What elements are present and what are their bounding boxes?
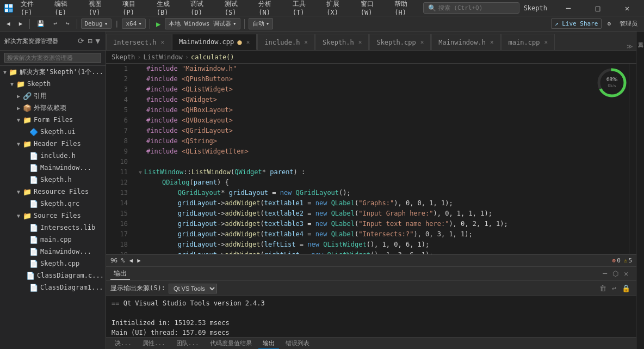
tree-item-form-files[interactable]: ▼ 📁 Form Files: [0, 114, 106, 126]
tab-close-icon[interactable]: ✕: [160, 39, 164, 46]
code-line[interactable]: #include <QListWidget>: [139, 84, 623, 95]
collapse-icon[interactable]: ▼: [95, 35, 101, 46]
warning-indicator[interactable]: ⚠ 5: [624, 257, 632, 264]
menu-file[interactable]: 文件(F): [16, 0, 49, 17]
panel-float[interactable]: ⬡: [611, 270, 620, 278]
debug-mode-dropdown[interactable]: Debug ▾: [81, 19, 112, 29]
tab-skepth-h[interactable]: Skepth.h ✕: [315, 34, 369, 50]
platform-dropdown[interactable]: x64 ▾: [122, 19, 146, 29]
output-content[interactable]: == Qt Visual Studio Tools version 2.4.3 …: [106, 296, 636, 337]
tree-item-include-h[interactable]: ▶ 📄 include.h: [0, 150, 106, 162]
tree-item-resource-files[interactable]: ▼ 📁 Resource Files: [0, 186, 106, 198]
tree-item-header-files[interactable]: ▼ 📁 Header Files: [0, 138, 106, 150]
error-indicator[interactable]: ⊗ 0: [612, 257, 621, 264]
code-line[interactable]: gridLayout->addWidget(rightList = new QL…: [139, 250, 623, 254]
menu-build[interactable]: 生成(B): [152, 0, 185, 17]
bottom-tab-code-metrics[interactable]: 代码度量值结果: [206, 338, 256, 348]
run-target-dropdown[interactable]: 本地 Windows 调试器 ▾: [165, 18, 240, 29]
code-line[interactable]: gridLayout->addWidget(textlable3 = new Q…: [139, 219, 623, 229]
minimize-button[interactable]: ─: [556, 0, 581, 16]
code-line[interactable]: ▼ListWindow::ListWindow(QWidget* parent)…: [139, 167, 623, 177]
tree-item-skepth[interactable]: ▼ 📁 Skepth: [0, 78, 106, 90]
sync-icon[interactable]: ⟳: [77, 35, 85, 46]
tab-close-icon[interactable]: ✕: [304, 39, 308, 46]
tree-item-skepth-ui[interactable]: ▶ 🔷 Skepth.ui: [0, 126, 106, 138]
tree-item-skepth-cpp[interactable]: ▶ 📄 Skepth.cpp: [0, 258, 106, 270]
overflow-tabs-button[interactable]: ≫: [627, 43, 633, 50]
code-line[interactable]: gridLayout->addWidget(textlable1 = new Q…: [139, 198, 623, 209]
code-line[interactable]: #include <QVBoxLayout>: [139, 115, 623, 126]
maximize-button[interactable]: □: [585, 0, 610, 16]
live-share-button[interactable]: ↗ Live Share: [551, 19, 602, 29]
code-line[interactable]: #include <QPushButton>: [139, 74, 623, 84]
tree-item-mainwindow-cpp[interactable]: ▶ 📄 Mainwindow...: [0, 246, 106, 258]
toolbar-settings[interactable]: ⚙: [604, 19, 614, 28]
manage-button[interactable]: 管理员: [616, 19, 641, 29]
code-line[interactable]: #include <QWidget>: [139, 95, 623, 105]
code-line[interactable]: #include <QListWidgetItem>: [139, 146, 623, 157]
tree-item-classdiagram1[interactable]: ▶ 📄 ClassDiagram1...: [0, 281, 106, 293]
tab-include-h[interactable]: include.h ✕: [257, 34, 315, 50]
tab-close-icon[interactable]: ✕: [420, 39, 424, 46]
code-line[interactable]: gridLayout->addWidget(textlable2 = new Q…: [139, 209, 623, 219]
output-clear-icon[interactable]: 🗑: [598, 284, 608, 292]
nav-next[interactable]: ▶: [137, 257, 141, 264]
code-line[interactable]: gridLayout->addWidget(leftList = new QLi…: [139, 240, 623, 250]
editor-scrollbar[interactable]: [629, 64, 636, 254]
toolbar-redo[interactable]: ↪: [63, 19, 73, 28]
menu-extend[interactable]: 扩展(X): [322, 0, 355, 17]
nav-prev[interactable]: ◀: [129, 257, 133, 264]
tree-item-skepth-h[interactable]: ▶ 📄 Skepth.h: [0, 174, 106, 186]
close-button[interactable]: ✕: [615, 0, 640, 16]
menu-analyze[interactable]: 分析(N): [254, 0, 287, 17]
tree-item-external-deps[interactable]: ▶ 📦 外部依赖项: [0, 102, 106, 114]
toolbar-back[interactable]: ◀: [3, 19, 14, 28]
code-line[interactable]: #include <QString>: [139, 136, 623, 146]
tab-mainwindow-h[interactable]: Mainwindow.h ✕: [431, 34, 500, 50]
menu-window[interactable]: 窗口(W): [356, 0, 389, 17]
toolbar-undo[interactable]: ↩: [50, 19, 60, 28]
run-button[interactable]: ▶: [154, 19, 163, 29]
code-line[interactable]: QDialog(parent) {: [139, 177, 623, 188]
tab-skepth-cpp[interactable]: Skepth.cpp ✕: [369, 34, 431, 50]
tab-close-icon[interactable]: ✕: [490, 39, 494, 46]
code-line[interactable]: gridLayout->addWidget(textlable4 = new Q…: [139, 229, 623, 240]
tree-item-solution[interactable]: ▼ 📁 解决方案'Skepth'(1个...: [0, 66, 106, 78]
bottom-tab-output[interactable]: 输出: [258, 338, 279, 349]
code-line[interactable]: #include <QGridLayout>: [139, 126, 623, 136]
toolbar-forward[interactable]: ▶: [16, 19, 26, 28]
breadcrumb-function[interactable]: calculate(): [191, 53, 234, 61]
bottom-tab-errors[interactable]: 错误列表: [281, 338, 314, 348]
output-source-select[interactable]: Qt VS Tools: [169, 284, 217, 293]
tab-close-icon[interactable]: ✕: [544, 39, 548, 46]
tab-intersect-h[interactable]: Intersect.h ✕: [106, 34, 171, 50]
menu-view[interactable]: 视图(V): [84, 0, 117, 17]
bottom-tab-solution[interactable]: 决...: [110, 338, 136, 348]
code-line[interactable]: QGridLayout* gridLayout = new QGridLayou…: [139, 188, 623, 198]
panel-close[interactable]: ✕: [622, 270, 630, 278]
tree-item-main-cpp[interactable]: ▶ 📄 main.cpp: [0, 234, 106, 246]
bottom-tab-team[interactable]: 团队...: [172, 338, 203, 348]
menu-help[interactable]: 帮助(H): [390, 0, 423, 17]
run-mode-dropdown[interactable]: 自动 ▾: [249, 18, 274, 29]
code-line[interactable]: #include "Mainwindow.h": [139, 64, 623, 74]
menu-tools[interactable]: 工具(T): [288, 0, 321, 17]
bottom-tab-properties[interactable]: 属性...: [138, 338, 170, 348]
tree-item-mainwindow-h[interactable]: ▶ 📄 Mainwindow...: [0, 162, 106, 174]
tab-close-icon[interactable]: ✕: [358, 39, 362, 46]
tree-item-classdiagram[interactable]: ▶ 📄 ClassDiagram.c...: [0, 270, 106, 281]
filter-icon[interactable]: ⊟: [86, 35, 93, 46]
tree-item-skepth-qrc[interactable]: ▶ 📄 Skepth.qrc: [0, 198, 106, 210]
sidebar-search-input[interactable]: [4, 53, 101, 63]
code-line[interactable]: #include <QHBoxLayout>: [139, 105, 623, 115]
tree-item-source-files[interactable]: ▼ 📁 Source Files: [0, 210, 106, 222]
menu-debug[interactable]: 调试(D): [186, 0, 219, 17]
tree-item-intersects-lib[interactable]: ▶ 📄 Intersects.lib: [0, 222, 106, 234]
panel-minimize[interactable]: ─: [601, 270, 609, 278]
breadcrumb-file[interactable]: ListWindow: [144, 53, 183, 61]
output-scroll-lock-icon[interactable]: 🔒: [620, 284, 632, 292]
menu-edit[interactable]: 编辑(E): [50, 0, 83, 17]
output-tab-output[interactable]: 输出: [110, 268, 130, 280]
tab-main-cpp[interactable]: main.cpp ✕: [501, 34, 555, 50]
output-wrap-icon[interactable]: ↩: [610, 284, 618, 292]
